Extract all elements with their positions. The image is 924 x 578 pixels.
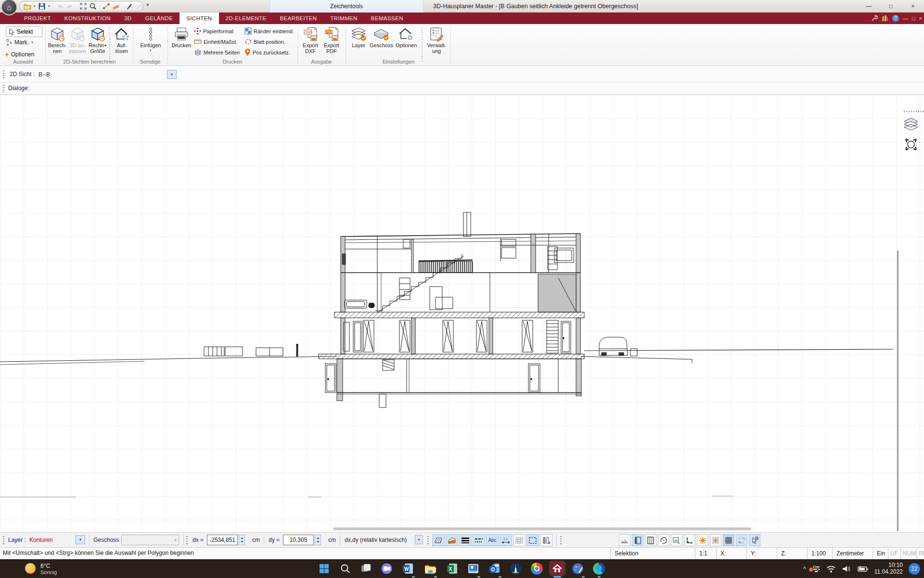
- tab-3d[interactable]: 3D: [117, 13, 139, 24]
- raender-button[interactable]: Ränder einblend.: [244, 27, 294, 35]
- hausplaner-app-button[interactable]: [549, 561, 565, 576]
- papierformat-button[interactable]: Papierformat: [194, 27, 233, 35]
- tab-trimmen[interactable]: TRIMMEN: [323, 13, 364, 24]
- aufloesen-button[interactable]: Auf-lösen: [112, 26, 132, 58]
- coord-mode-dropdown-button[interactable]: ▼: [415, 535, 423, 544]
- open-dropdown-icon[interactable]: ▼: [33, 5, 36, 8]
- toolbar2-drag-handle[interactable]: [560, 536, 562, 545]
- notification-badge[interactable]: 22: [909, 563, 920, 575]
- tab-sichten[interactable]: SICHTEN: [180, 13, 218, 24]
- fill-style-button[interactable]: [446, 534, 458, 546]
- vertical-scrollbar[interactable]: [897, 250, 898, 531]
- tab-konstruktion[interactable]: KONSTRUKTION: [58, 13, 117, 24]
- optionen2-button[interactable]: Optionen: [394, 26, 419, 58]
- view-row-value[interactable]: B--B: [38, 71, 50, 78]
- dx-drag-handle[interactable]: [186, 536, 188, 545]
- horizontal-scrollbar[interactable]: [333, 527, 751, 530]
- raster-grid-button[interactable]: [723, 534, 734, 546]
- window-element-button[interactable]: [645, 534, 656, 546]
- maximize-icon[interactable]: □: [884, 2, 898, 11]
- line-style-button[interactable]: [473, 534, 485, 546]
- search-icon[interactable]: [339, 563, 351, 575]
- wall-style-button[interactable]: [540, 534, 552, 546]
- axis-origin-button[interactable]: [684, 534, 695, 546]
- selekt-button[interactable]: Selekt: [6, 26, 42, 37]
- layer-value[interactable]: Konturen: [29, 537, 53, 543]
- dialog-drag-handle[interactable]: [3, 85, 4, 92]
- battery-icon[interactable]: [857, 565, 869, 573]
- library-icon[interactable]: [882, 15, 888, 22]
- status-scale[interactable]: 1:100: [807, 548, 832, 560]
- dx-spinner[interactable]: [239, 535, 245, 545]
- blatt-position-button[interactable]: Blatt position.: [244, 38, 285, 46]
- status-unit[interactable]: Zentimeter: [832, 548, 873, 560]
- grid-point-button[interactable]: [710, 534, 721, 546]
- outlook-icon[interactable]: O: [488, 563, 500, 575]
- tray-app-icon[interactable]: 3: [812, 565, 821, 573]
- berechnen-button[interactable]: Berech-nen: [47, 26, 67, 58]
- lighthouse-app-icon[interactable]: [510, 563, 522, 575]
- dy-spinner[interactable]: [315, 535, 321, 545]
- teams-chat-icon[interactable]: [381, 563, 393, 575]
- bottombar-drag-handle[interactable]: [3, 536, 4, 545]
- snap-corner-button[interactable]: 3n: [736, 534, 747, 546]
- child-restore-icon[interactable]: □: [912, 15, 915, 21]
- coord-mode-select[interactable]: dx,dy (relativ kartesisch): [345, 537, 407, 543]
- zoom-fit-icon[interactable]: [79, 2, 87, 10]
- layers-panel-icon[interactable]: [903, 117, 924, 131]
- presentation-icon[interactable]: [467, 563, 479, 575]
- minimize-icon[interactable]: —: [861, 2, 876, 11]
- rechn-groesse-button[interactable]: Rechn+Größe: [88, 26, 108, 58]
- magnifier-icon[interactable]: [89, 2, 97, 10]
- measure-icon[interactable]: [103, 2, 110, 10]
- tab-2d-elemente[interactable]: 2D-ELEMENTE: [219, 13, 273, 24]
- export-pdf-button[interactable]: PDF ExportPDF: [321, 26, 342, 58]
- export-image-button[interactable]: [671, 534, 682, 546]
- line-weight-button[interactable]: [459, 534, 472, 546]
- redo-icon[interactable]: [66, 2, 74, 10]
- einfuegen-button[interactable]: Einfügen ▼: [136, 26, 166, 58]
- child-minimize-icon[interactable]: —: [903, 15, 908, 21]
- dy-input[interactable]: 10,305: [283, 535, 314, 545]
- brush-icon[interactable]: [135, 2, 143, 10]
- mehrere-seiten-button[interactable]: Mehrere Seiten: [194, 48, 240, 56]
- dimension-style-button[interactable]: 1.2: [500, 534, 512, 546]
- grid-frame-button[interactable]: [513, 534, 526, 546]
- help-icon[interactable]: ?: [892, 15, 899, 22]
- chrome-icon[interactable]: [531, 563, 543, 575]
- side-tools-drag-handle[interactable]: [904, 111, 924, 112]
- verwaltung-button[interactable]: Verwalt-ung: [424, 26, 449, 58]
- qat-customize-icon[interactable]: ▼: [146, 3, 150, 7]
- undo-icon[interactable]: [56, 2, 64, 10]
- save-icon[interactable]: [38, 2, 46, 10]
- einheit-button[interactable]: Einheit/Maßst.: [194, 38, 237, 46]
- clock-time[interactable]: 10:10: [874, 562, 903, 568]
- navigate-3d-icon[interactable]: [903, 136, 924, 153]
- excel-icon[interactable]: X: [446, 563, 458, 575]
- wifi-icon[interactable]: [826, 565, 836, 573]
- rotate-view-button[interactable]: [658, 534, 669, 546]
- select-cursor-button[interactable]: [749, 534, 760, 546]
- export-dxf-button[interactable]: DWG ExportDXF: [300, 26, 321, 58]
- context-tab-zeichentools[interactable]: Zeichentools: [270, 0, 424, 13]
- edge-icon[interactable]: [593, 563, 605, 575]
- save-dropdown-icon[interactable]: ▼: [48, 5, 51, 8]
- layer-button[interactable]: Layer: [348, 26, 369, 58]
- file-explorer-icon[interactable]: [424, 563, 436, 575]
- clock-date[interactable]: 11.04.2022: [874, 568, 903, 575]
- open-folder-icon[interactable]: [24, 2, 31, 10]
- task-view-button[interactable]: [360, 563, 372, 575]
- hatch-style-button[interactable]: [432, 534, 445, 546]
- dx-input[interactable]: -2534,851: [207, 535, 238, 545]
- paint-app-icon[interactable]: [572, 563, 584, 575]
- style-toolbar-drag-handle[interactable]: [427, 536, 429, 545]
- selection-rect-button[interactable]: [526, 534, 539, 546]
- view-dropdown-button[interactable]: ▼: [167, 70, 177, 79]
- volume-icon[interactable]: [842, 565, 851, 573]
- layer-dropdown-button[interactable]: ▼: [76, 535, 85, 544]
- optionen-button[interactable]: + Optionen: [5, 50, 34, 58]
- tab-gelaende[interactable]: GELÄNDE: [139, 13, 180, 24]
- mark-button[interactable]: Mark.▼: [6, 39, 34, 46]
- door-element-button[interactable]: [632, 534, 643, 546]
- close-icon[interactable]: ×: [906, 2, 920, 11]
